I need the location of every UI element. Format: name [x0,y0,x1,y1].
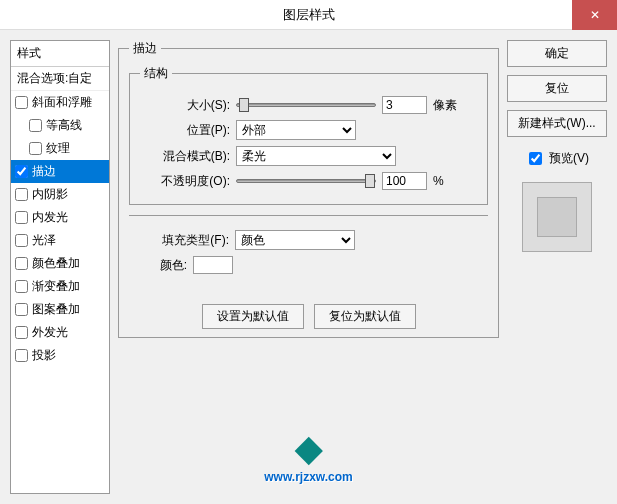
style-item-5[interactable]: 内发光 [11,206,109,229]
preview-box [522,182,592,252]
opacity-unit: % [433,174,444,188]
blendmode-label: 混合模式(B): [140,148,230,165]
style-item-0[interactable]: 斜面和浮雕 [11,91,109,114]
preview-inner [537,197,577,237]
style-label: 描边 [32,163,56,180]
style-label: 内发光 [32,209,68,226]
style-checkbox[interactable] [15,257,28,270]
preview-checkbox-row[interactable]: 预览(V) [507,149,607,168]
filltype-label: 填充类型(F): [139,232,229,249]
close-icon: ✕ [590,8,600,22]
stroke-fieldset: 描边 结构 大小(S): 像素 位置(P): 外部 混合模式(B): 柔光 [118,40,499,338]
settings-panel: 描边 结构 大小(S): 像素 位置(P): 外部 混合模式(B): 柔光 [118,40,499,494]
style-item-10[interactable]: 外发光 [11,321,109,344]
style-item-11[interactable]: 投影 [11,344,109,367]
style-checkbox[interactable] [29,142,42,155]
slider-thumb[interactable] [239,98,249,112]
size-input[interactable] [382,96,427,114]
style-checkbox[interactable] [15,303,28,316]
size-unit: 像素 [433,97,457,114]
stroke-legend: 描边 [129,40,161,57]
filltype-select[interactable]: 颜色 [235,230,355,250]
style-label: 等高线 [46,117,82,134]
position-label: 位置(P): [140,122,230,139]
blend-options[interactable]: 混合选项:自定 [11,67,109,91]
style-checkbox[interactable] [29,119,42,132]
dialog-content: 样式 混合选项:自定 斜面和浮雕等高线纹理描边内阴影内发光光泽颜色叠加渐变叠加图… [0,30,617,504]
new-style-button[interactable]: 新建样式(W)... [507,110,607,137]
style-label: 渐变叠加 [32,278,80,295]
color-label: 颜色: [139,257,187,274]
watermark: www.rjzxw.com [264,441,352,484]
style-item-1[interactable]: 等高线 [11,114,109,137]
preview-checkbox[interactable] [529,152,542,165]
style-checkbox[interactable] [15,326,28,339]
style-label: 斜面和浮雕 [32,94,92,111]
slider-thumb[interactable] [365,174,375,188]
opacity-slider[interactable] [236,179,376,183]
style-checkbox[interactable] [15,234,28,247]
style-item-8[interactable]: 渐变叠加 [11,275,109,298]
blendmode-select[interactable]: 柔光 [236,146,396,166]
opacity-input[interactable] [382,172,427,190]
preview-label: 预览(V) [549,150,589,167]
size-label: 大小(S): [140,97,230,114]
structure-fieldset: 结构 大小(S): 像素 位置(P): 外部 混合模式(B): 柔光 不透明度(… [129,65,488,205]
size-slider[interactable] [236,103,376,107]
style-label: 图案叠加 [32,301,80,318]
style-label: 外发光 [32,324,68,341]
style-item-7[interactable]: 颜色叠加 [11,252,109,275]
reset-default-button[interactable]: 复位为默认值 [314,304,416,329]
style-label: 光泽 [32,232,56,249]
style-item-2[interactable]: 纹理 [11,137,109,160]
structure-legend: 结构 [140,65,172,82]
style-item-9[interactable]: 图案叠加 [11,298,109,321]
action-panel: 确定 复位 新建样式(W)... 预览(V) [507,40,607,494]
set-default-button[interactable]: 设置为默认值 [202,304,304,329]
style-label: 投影 [32,347,56,364]
position-select[interactable]: 外部 [236,120,356,140]
watermark-logo-icon [294,437,322,465]
style-checkbox[interactable] [15,280,28,293]
cancel-button[interactable]: 复位 [507,75,607,102]
style-checkbox[interactable] [15,211,28,224]
color-swatch[interactable] [193,256,233,274]
styles-list-panel: 样式 混合选项:自定 斜面和浮雕等高线纹理描边内阴影内发光光泽颜色叠加渐变叠加图… [10,40,110,494]
style-checkbox[interactable] [15,349,28,362]
close-button[interactable]: ✕ [572,0,617,30]
style-item-6[interactable]: 光泽 [11,229,109,252]
style-checkbox[interactable] [15,188,28,201]
fill-fieldset: 填充类型(F): 颜色 颜色: [129,215,488,288]
style-label: 纹理 [46,140,70,157]
watermark-url: www.rjzxw.com [264,470,352,484]
styles-header: 样式 [11,41,109,67]
style-item-3[interactable]: 描边 [11,160,109,183]
style-label: 颜色叠加 [32,255,80,272]
style-checkbox[interactable] [15,96,28,109]
style-label: 内阴影 [32,186,68,203]
ok-button[interactable]: 确定 [507,40,607,67]
window-title: 图层样式 [283,6,335,24]
style-checkbox[interactable] [15,165,28,178]
style-item-4[interactable]: 内阴影 [11,183,109,206]
titlebar: 图层样式 ✕ [0,0,617,30]
opacity-label: 不透明度(O): [140,173,230,190]
